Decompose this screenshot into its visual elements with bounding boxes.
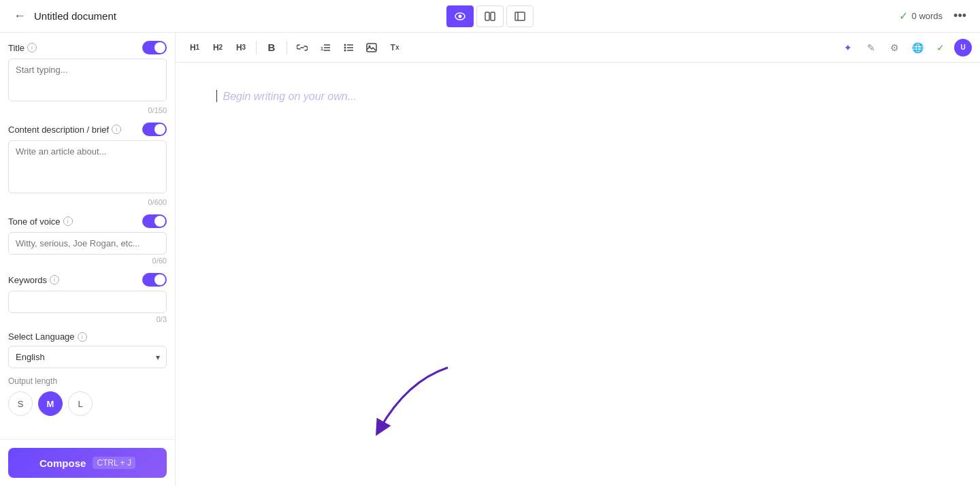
check-icon: ✓	[899, 10, 908, 22]
word-count: ✓ 0 words	[899, 10, 943, 22]
keywords-label: Keywords i	[8, 275, 59, 285]
compose-label: Compose	[39, 457, 86, 469]
toolbar-sep-1	[256, 41, 257, 54]
language-select[interactable]: English Spanish French German Italian Po…	[8, 346, 167, 368]
avatar: U	[954, 39, 972, 56]
content-toggle[interactable]	[142, 123, 167, 136]
word-count-label: 0 words	[912, 11, 943, 21]
svg-point-12	[344, 49, 346, 51]
title-toggle[interactable]	[142, 41, 167, 54]
content-label: Content description / brief i	[8, 125, 121, 135]
settings-button[interactable]: ⚙	[885, 38, 904, 57]
toolbar-right: ✦ ✎ ⚙ 🌐 ✓ U	[838, 38, 972, 57]
toolbar-sep-2	[287, 41, 287, 54]
header-left: ← Untitled document	[11, 6, 446, 26]
compose-shortcut: CTRL + J	[93, 457, 135, 469]
split-view-button[interactable]	[476, 5, 504, 27]
language-info-icon[interactable]: i	[78, 332, 87, 342]
sidebar-view-button[interactable]	[506, 5, 534, 27]
tone-label: Tone of voice i	[8, 216, 73, 227]
pencil-button[interactable]: ✎	[862, 38, 881, 57]
content-char-count: 0/600	[8, 198, 167, 206]
title-input[interactable]	[8, 59, 167, 101]
language-select-wrapper: English Spanish French German Italian Po…	[8, 346, 167, 368]
header: ← Untitled document ✓ 0 words •••	[0, 0, 980, 33]
clear-format-button[interactable]: Tx	[384, 38, 406, 57]
svg-point-1	[459, 14, 462, 18]
tone-field-group: Tone of voice i 0/60	[8, 214, 167, 265]
title-field-group: Title i 0/150	[8, 41, 167, 114]
size-small-button[interactable]: S	[8, 391, 33, 416]
svg-text:1.: 1.	[321, 46, 325, 51]
image-button[interactable]	[361, 38, 382, 57]
content-field-header: Content description / brief i	[8, 123, 167, 136]
shield-button[interactable]: ✓	[931, 38, 950, 57]
svg-point-11	[344, 46, 346, 48]
editor-toolbar: H1 H2 H3 B 1. Tx ✦ ✎ ⚙ 🌐	[176, 33, 980, 63]
svg-rect-2	[485, 12, 489, 20]
language-field-group: Select Language i English Spanish French…	[8, 331, 167, 368]
globe-button[interactable]: 🌐	[908, 38, 927, 57]
back-button[interactable]: ←	[11, 6, 29, 26]
main-layout: Title i 0/150 Content description / brie…	[0, 33, 980, 486]
tone-field-header: Tone of voice i	[8, 214, 167, 228]
tone-info-icon[interactable]: i	[63, 216, 73, 226]
title-field-header: Title i	[8, 41, 167, 54]
keywords-field-header: Keywords i	[8, 273, 167, 287]
h1-button[interactable]: H1	[184, 38, 206, 57]
more-options-button[interactable]: •••	[951, 6, 969, 26]
document-title: Untitled document	[34, 10, 116, 22]
header-right: ✓ 0 words •••	[534, 6, 969, 26]
title-info-icon[interactable]: i	[27, 43, 37, 52]
keywords-field-group: Keywords i 0/3	[8, 273, 167, 323]
compose-bar: Compose CTRL + J	[0, 439, 175, 486]
keywords-char-count: 0/3	[8, 315, 167, 323]
size-large-button[interactable]: L	[68, 391, 93, 416]
keywords-info-icon[interactable]: i	[50, 275, 59, 285]
sidebar: Title i 0/150 Content description / brie…	[0, 33, 176, 486]
editor-content[interactable]: Begin writing on your own...	[176, 63, 980, 486]
preview-view-button[interactable]	[446, 5, 474, 27]
language-field-header: Select Language i	[8, 331, 167, 342]
sparkle-button[interactable]: ✦	[838, 38, 858, 57]
editor-placeholder: Begin writing on your own...	[223, 91, 357, 102]
sidebar-scroll: Title i 0/150 Content description / brie…	[0, 33, 175, 439]
title-label: Title i	[8, 43, 37, 53]
bold-button[interactable]: B	[261, 38, 282, 57]
tone-input[interactable]	[8, 232, 167, 255]
h3-button[interactable]: H3	[230, 38, 252, 57]
output-length-label: Output length	[8, 376, 167, 386]
size-medium-button[interactable]: M	[38, 391, 63, 416]
svg-rect-3	[491, 12, 495, 20]
tone-char-count: 0/60	[8, 257, 167, 265]
svg-rect-4	[515, 12, 525, 20]
content-input[interactable]	[8, 140, 167, 193]
keywords-input[interactable]	[8, 291, 167, 313]
link-button[interactable]	[291, 38, 313, 57]
size-buttons: S M L	[8, 391, 167, 416]
svg-point-10	[344, 44, 346, 46]
tone-toggle[interactable]	[142, 214, 167, 228]
view-mode-buttons	[446, 5, 534, 27]
compose-button[interactable]: Compose CTRL + J	[8, 448, 167, 478]
keywords-toggle[interactable]	[142, 273, 167, 287]
editor-area: H1 H2 H3 B 1. Tx ✦ ✎ ⚙ 🌐	[176, 33, 980, 486]
ordered-list-button[interactable]: 1.	[314, 38, 336, 57]
output-length-group: Output length S M L	[8, 376, 167, 416]
h2-button[interactable]: H2	[207, 38, 229, 57]
content-field-group: Content description / brief i 0/600	[8, 123, 167, 206]
unordered-list-button[interactable]	[338, 38, 359, 57]
content-info-icon[interactable]: i	[112, 125, 121, 134]
title-char-count: 0/150	[8, 106, 167, 114]
editor-cursor	[216, 90, 217, 102]
language-label: Select Language i	[8, 331, 87, 342]
